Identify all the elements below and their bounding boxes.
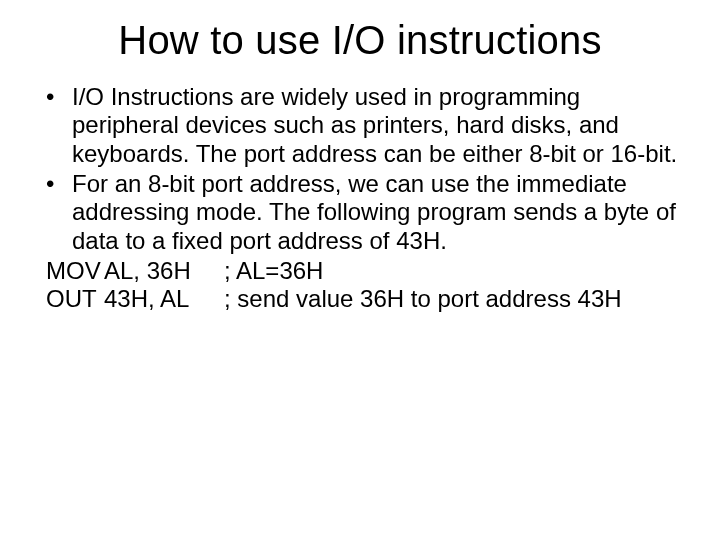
code-args: AL, 36H <box>104 257 224 285</box>
code-mnemonic: MOV <box>46 257 104 285</box>
code-line: OUT 43H, AL ; send value 36H to port add… <box>40 285 680 313</box>
bullet-marker-icon: • <box>40 170 72 255</box>
slide: How to use I/O instructions • I/O Instru… <box>0 0 720 540</box>
bullet-text: For an 8-bit port address, we can use th… <box>72 170 680 255</box>
slide-body: • I/O Instructions are widely used in pr… <box>40 83 680 314</box>
bullet-item: • For an 8-bit port address, we can use … <box>40 170 680 255</box>
bullet-marker-icon: • <box>40 83 72 168</box>
bullet-text: I/O Instructions are widely used in prog… <box>72 83 680 168</box>
code-comment: ; send value 36H to port address 43H <box>224 285 680 313</box>
code-comment: ; AL=36H <box>224 257 680 285</box>
code-mnemonic: OUT <box>46 285 104 313</box>
code-args: 43H, AL <box>104 285 224 313</box>
bullet-item: • I/O Instructions are widely used in pr… <box>40 83 680 168</box>
slide-title: How to use I/O instructions <box>40 18 680 63</box>
code-line: MOV AL, 36H ; AL=36H <box>40 257 680 285</box>
